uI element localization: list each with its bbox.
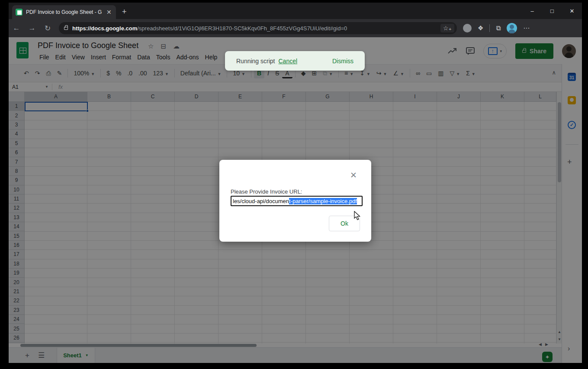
extensions-puzzle-icon[interactable]: ❖ — [478, 24, 483, 32]
sheets-page: PDF Invoice to Google Sheet ☆ ⊟ ☁ FileEd… — [9, 37, 582, 363]
forward-button[interactable]: → — [24, 24, 40, 32]
collections-icon[interactable]: ⧉ — [496, 24, 501, 32]
toast-cancel-link[interactable]: Cancel — [279, 58, 298, 65]
browser-profile-avatar[interactable] — [507, 23, 517, 33]
browser-tab[interactable]: PDF Invoice to Google Sheet - G ✕ — [12, 5, 116, 19]
extension-icon[interactable] — [463, 24, 472, 32]
tab-close-icon[interactable]: ✕ — [106, 9, 112, 16]
maximize-button[interactable]: □ — [542, 3, 562, 19]
tab-title: PDF Invoice to Google Sheet - G — [26, 9, 103, 15]
back-button[interactable]: ← — [9, 24, 24, 32]
tab-strip: PDF Invoice to Google Sheet - G ✕ + – □ … — [9, 3, 582, 19]
running-script-toast: Running script Cancel Dismiss — [225, 51, 365, 71]
toast-dismiss-button[interactable]: Dismiss — [332, 58, 353, 65]
reload-button[interactable]: ↻ — [40, 24, 55, 33]
browser-navbar: ← → ↻ https://docs.google.com/spreadshee… — [9, 19, 582, 37]
dialog-close-icon[interactable]: ✕ — [350, 172, 357, 179]
browser-menu-icon[interactable]: ⋯ — [523, 24, 530, 32]
mouse-cursor — [354, 211, 361, 220]
address-bar[interactable]: https://docs.google.com/spreadsheets/d/1… — [59, 22, 457, 34]
navbar-right: ❖ ⧉ ⋯ — [463, 23, 530, 33]
dialog-label: Please Provide Invoice URL: — [231, 188, 302, 195]
url-host: https://docs.google.com — [72, 25, 137, 32]
window-controls: – □ ✕ — [522, 3, 582, 19]
sheets-favicon-icon — [16, 9, 22, 16]
url-path: /spreadsheets/d/1ViG1Ojl6ER3H1870-SC5kKq… — [137, 25, 347, 32]
browser-window: PDF Invoice to Google Sheet - G ✕ + – □ … — [9, 3, 582, 363]
url-text: https://docs.google.com/spreadsheets/d/1… — [72, 25, 347, 32]
divider — [489, 24, 490, 32]
input-text: les/cloud-api/documen — [233, 198, 289, 204]
toast-message: Running script — [236, 58, 275, 65]
add-favorite-icon[interactable]: ☆₊ — [440, 24, 454, 32]
lock-icon — [64, 27, 68, 30]
minimize-button[interactable]: – — [522, 3, 542, 19]
new-tab-button[interactable]: + — [122, 8, 127, 16]
invoice-url-dialog: ✕ Please Provide Invoice URL: les/cloud-… — [219, 160, 371, 242]
input-selected-text: t-parser/sample-invoice.pdf — [289, 198, 357, 204]
invoice-url-input[interactable]: les/cloud-api/document-parser/sample-inv… — [231, 196, 363, 206]
close-window-button[interactable]: ✕ — [562, 3, 582, 19]
